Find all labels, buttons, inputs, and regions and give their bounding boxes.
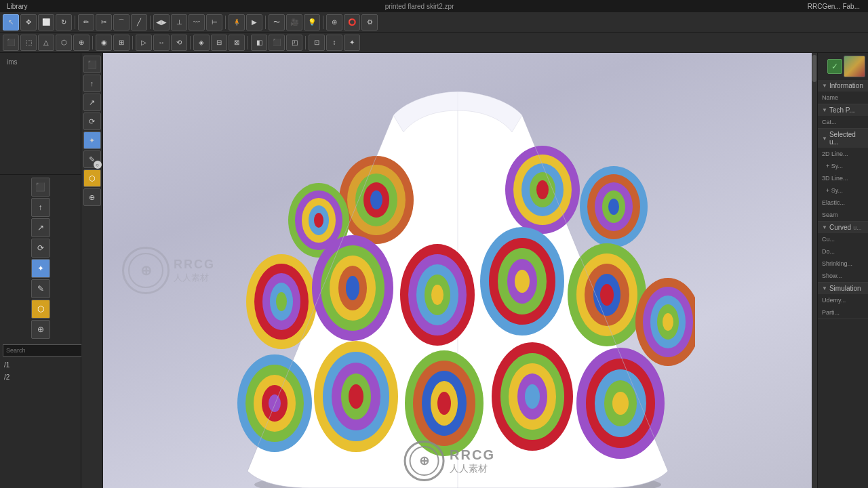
toolbar-row-1: ↖ ✥ ⬜ ↻ ✏ ✂ ⌒ ╱ ◀▶ ⊥ 〰 ⊢ 🧍 ▶ 〜 🎥 💡 ⊛ ⭕ ⚙	[0, 12, 868, 33]
tool-wrinkle[interactable]: 〜	[269, 14, 285, 30]
side-btn-1[interactable]: ⬛	[83, 56, 101, 73]
texture-swatch[interactable]	[844, 56, 865, 77]
toolbar2-sep-5	[305, 36, 306, 49]
tb2-3[interactable]: △	[38, 35, 54, 51]
section-simulation: ▼ Simulation Udemy... Parti...	[818, 283, 868, 319]
tb2-10[interactable]: ⟲	[171, 35, 187, 51]
side-btn-5[interactable]: ✦	[83, 131, 101, 149]
tool-light[interactable]: 💡	[304, 14, 320, 30]
tb2-16[interactable]: ◰	[286, 35, 302, 51]
search-input[interactable]	[3, 344, 85, 357]
sel-sy1-row: + Sy...	[818, 160, 868, 172]
viewport-scrollbar[interactable]	[812, 53, 817, 488]
left-btn-1[interactable]: ⬛	[31, 178, 50, 197]
section-information: ▼ Information Name	[818, 80, 868, 104]
section-selected: ▼ Selected u... 2D Line... + Sy... 3D Li…	[818, 129, 868, 222]
left-btn-2[interactable]: ↑	[31, 198, 50, 217]
tool-stitch[interactable]: 〰	[189, 14, 205, 30]
side-btn-7[interactable]: ⬡	[83, 169, 101, 187]
tool-camera[interactable]: 🎥	[286, 14, 302, 30]
toolbar-sep-5	[323, 16, 323, 29]
right-panel-top: ✓	[818, 53, 868, 80]
scroll-thumb[interactable]	[812, 55, 816, 82]
left-btn-5[interactable]: ✦	[31, 259, 50, 278]
left-btn-8[interactable]: ⊕	[31, 320, 50, 339]
tool-motion[interactable]: ▶	[246, 14, 262, 30]
section-simulation-header[interactable]: ▼ Simulation	[818, 283, 868, 294]
tb2-1[interactable]: ⬛	[3, 35, 19, 51]
tool-magnet[interactable]: ⊛	[326, 14, 342, 30]
side-btn-2[interactable]: ↑	[83, 75, 101, 92]
tech-cat-row: Cat...	[818, 116, 868, 128]
tool-spread[interactable]: ◀▶	[153, 14, 170, 30]
section-curved-header[interactable]: ▼ Curved u...	[818, 222, 868, 233]
tool-move[interactable]: ✥	[20, 14, 37, 30]
tb2-9[interactable]: ↔	[153, 35, 170, 51]
curved-show-row: Show...	[818, 270, 868, 282]
tb2-11[interactable]: ◈	[193, 35, 210, 51]
tb2-5[interactable]: ⊕	[73, 35, 90, 51]
left-btn-3[interactable]: ↗	[31, 218, 50, 237]
side-btn-4[interactable]: ⟳	[83, 113, 101, 130]
tb2-12[interactable]: ⊟	[211, 35, 227, 51]
toolbar-sep-4	[265, 16, 266, 29]
sel-3dline-row: 3D Line...	[818, 172, 868, 184]
side-btn-8[interactable]: ⊕	[83, 188, 101, 206]
section-tech-header[interactable]: ▼ Tech P...	[818, 104, 868, 116]
tool-cut[interactable]: ✂	[96, 14, 112, 30]
tb2-13[interactable]: ⊠	[229, 35, 245, 51]
toolbar2-sep-1	[92, 36, 93, 49]
menu-library[interactable]: Library	[3, 0, 32, 12]
tool-settings[interactable]: ⚙	[361, 14, 378, 30]
svg-point-41	[431, 285, 443, 305]
tool-pen[interactable]: ✏	[78, 14, 94, 30]
svg-point-46	[515, 270, 530, 293]
left-btn-6[interactable]: ✎	[31, 279, 50, 298]
svg-point-51	[600, 284, 614, 306]
tb2-19[interactable]: ✦	[344, 35, 360, 51]
tb2-18[interactable]: ↕	[326, 35, 342, 51]
tool-line[interactable]: ╱	[131, 14, 147, 30]
list-item-1[interactable]: /1	[3, 359, 78, 371]
viewport[interactable]: ⬛ ↑ ↗ ⟳ ✦ ✎ ○ ⬡ ⊕	[81, 53, 817, 488]
left-btn-4[interactable]: ⟳	[31, 239, 50, 258]
confirm-button[interactable]: ✓	[827, 59, 842, 74]
toolbar2-sep-3	[190, 36, 191, 49]
tb2-7[interactable]: ⊞	[113, 35, 130, 51]
tool-lasso[interactable]: ⭕	[344, 14, 360, 30]
collapse-arrow-sim: ▼	[822, 285, 827, 291]
svg-point-11	[370, 190, 382, 209]
tool-measure[interactable]: ⊢	[206, 14, 222, 30]
tb2-17[interactable]: ⊡	[309, 35, 325, 51]
tool-rotate[interactable]: ↻	[56, 14, 72, 30]
tb2-8[interactable]: ▷	[136, 35, 152, 51]
side-toolbar: ⬛ ↑ ↗ ⟳ ✦ ✎ ○ ⬡ ⊕	[81, 53, 103, 488]
sel-2dline-row: 2D Line...	[818, 148, 868, 160]
tool-pin[interactable]: ⊥	[171, 14, 187, 30]
sel-seam-row: Seam	[818, 209, 868, 221]
collapse-arrow-selected: ▼	[822, 136, 827, 142]
side-btn-3[interactable]: ↗	[83, 94, 101, 111]
side-btn-cursor[interactable]: ✎ ○	[83, 150, 101, 168]
svg-point-81	[612, 392, 629, 415]
toolbar-row-2: ⬛ ⬚ △ ⬡ ⊕ ◉ ⊞ ▷ ↔ ⟲ ◈ ⊟ ⊠ ◧ ⬛ ◰ ⊡ ↕ ✦	[0, 33, 868, 53]
tool-avatar[interactable]: 🧍	[229, 14, 245, 30]
tb2-2[interactable]: ⬚	[20, 35, 37, 51]
window-title: printed flared skirt2.zpr	[33, 3, 806, 10]
tool-select[interactable]: ↖	[3, 14, 19, 30]
section-selected-header[interactable]: ▼ Selected u...	[818, 129, 868, 148]
tb2-15[interactable]: ⬛	[269, 35, 285, 51]
left-btn-7[interactable]: ⬡	[31, 300, 50, 319]
tb2-14[interactable]: ◧	[251, 35, 267, 51]
tb2-4[interactable]: ⬡	[56, 35, 72, 51]
toolbar-sep-2	[150, 16, 151, 29]
section-information-header[interactable]: ▼ Information	[818, 80, 868, 92]
toolbar-sep-3	[225, 16, 226, 29]
tb2-6[interactable]: ◉	[96, 35, 112, 51]
curved-do-row: Do...	[818, 245, 868, 258]
sim-parti-row: Parti...	[818, 306, 868, 319]
main-area: ims ⬛ ↑ ↗ ⟳ ✦ ✎ ⬡ ⊕ ⊞ ≡ /1 /2	[0, 53, 868, 488]
tool-transform[interactable]: ⬜	[38, 14, 54, 30]
tool-curve[interactable]: ⌒	[113, 14, 130, 30]
list-item-2[interactable]: /2	[3, 371, 78, 384]
